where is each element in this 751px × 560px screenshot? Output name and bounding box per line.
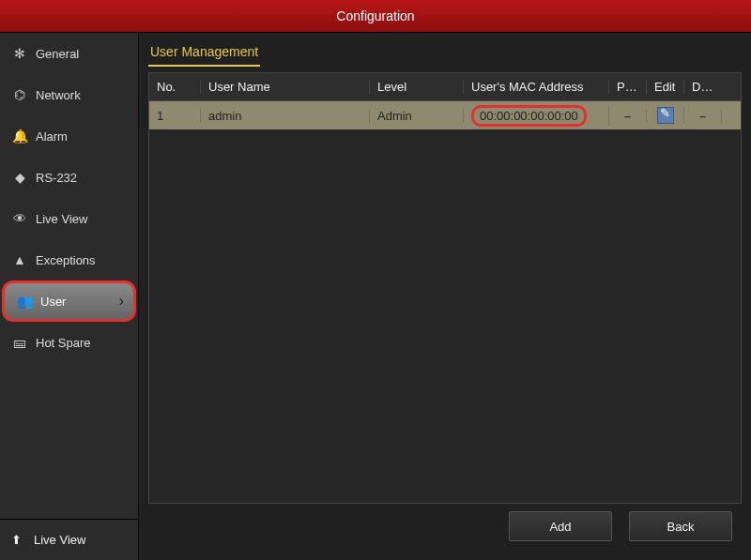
col-edit[interactable]: Edit [647, 80, 684, 94]
user-table: No. User Name Level User's MAC Address P… [148, 72, 742, 504]
col-user-name[interactable]: User Name [201, 80, 370, 94]
col-no[interactable]: No. [149, 80, 201, 94]
footer: Add Back [148, 504, 742, 549]
cell-mac: 00:00:00:00:00:00 [464, 105, 609, 127]
cell-edit[interactable] [647, 107, 684, 124]
cell-delete: – [684, 109, 722, 123]
network-icon: ⌬ [11, 86, 28, 103]
sidebar-item-network[interactable]: ⌬ Network [0, 74, 138, 115]
sidebar: ✻ General ⌬ Network 🔔 Alarm ◆ RS-232 👁 L… [0, 33, 139, 560]
sidebar-item-hotspare[interactable]: 🖴 Hot Spare [0, 322, 138, 363]
col-mac[interactable]: User's MAC Address [464, 80, 609, 94]
gear-icon: ✻ [11, 45, 28, 62]
table-header: No. User Name Level User's MAC Address P… [149, 73, 741, 101]
sidebar-item-label: Hot Spare [36, 336, 91, 350]
col-level[interactable]: Level [370, 80, 464, 94]
sidebar-item-label: General [36, 47, 79, 61]
edit-icon [657, 107, 674, 124]
page-title: User Management [148, 40, 260, 67]
sidebar-item-general[interactable]: ✻ General [0, 33, 138, 74]
sidebar-item-label: Live View [36, 212, 87, 226]
sidebar-bottom-label: Live View [34, 533, 85, 547]
col-permission[interactable]: Pe... [609, 80, 647, 94]
sidebar-item-liveview[interactable]: 👁 Live View [0, 198, 138, 239]
title-bar: Configuration [0, 0, 751, 33]
cell-no: 1 [149, 109, 201, 123]
cell-level: Admin [370, 109, 464, 123]
sidebar-item-label: Alarm [36, 129, 68, 144]
sidebar-item-alarm[interactable]: 🔔 Alarm [0, 115, 138, 157]
disk-icon: 🖴 [11, 334, 28, 351]
sidebar-item-user[interactable]: 👥 User [2, 280, 136, 322]
cell-permission: – [609, 109, 647, 123]
warning-icon: ▲ [11, 251, 28, 268]
sidebar-item-label: RS-232 [36, 171, 77, 185]
add-button[interactable]: Add [509, 511, 612, 541]
bell-icon: 🔔 [11, 128, 28, 144]
home-icon: ⬆ [11, 533, 28, 547]
table-row[interactable]: 1 admin Admin 00:00:00:00:00:00 – – [149, 101, 741, 129]
diamond-icon: ◆ [11, 169, 28, 186]
cell-user-name: admin [201, 109, 370, 123]
back-button[interactable]: Back [629, 511, 732, 541]
col-delete[interactable]: Del... [684, 80, 722, 94]
main-panel: User Management No. User Name Level User… [139, 33, 751, 560]
users-icon: 👥 [16, 293, 33, 310]
sidebar-item-label: User [40, 295, 66, 309]
sidebar-item-exceptions[interactable]: ▲ Exceptions [0, 239, 138, 280]
sidebar-bottom-liveview[interactable]: ⬆ Live View [0, 519, 138, 560]
mac-address-highlight: 00:00:00:00:00:00 [471, 105, 587, 127]
eye-icon: 👁 [11, 210, 28, 227]
sidebar-item-label: Network [36, 88, 81, 102]
sidebar-item-rs232[interactable]: ◆ RS-232 [0, 157, 138, 198]
window-title: Configuration [336, 8, 414, 23]
sidebar-item-label: Exceptions [36, 253, 96, 267]
